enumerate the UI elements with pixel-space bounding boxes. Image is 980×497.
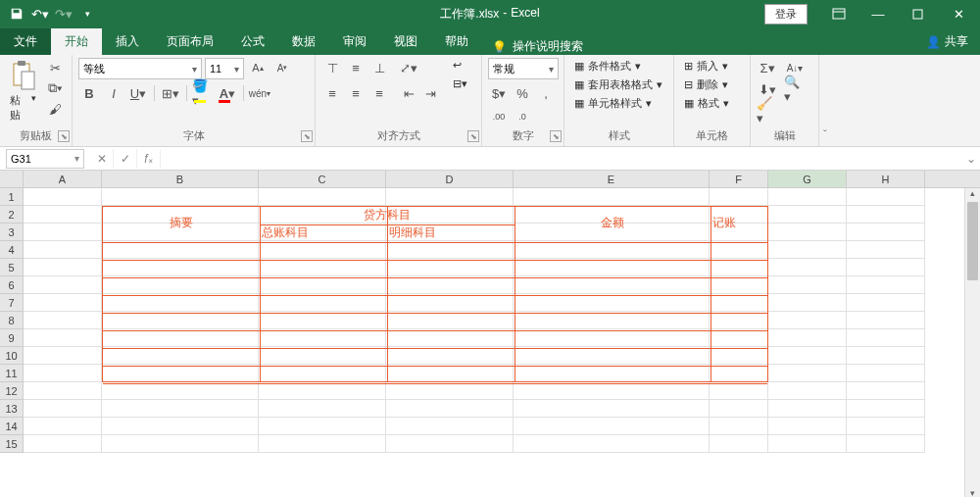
cell-E15[interactable] <box>514 435 710 453</box>
cell-A3[interactable] <box>24 224 102 241</box>
cell-G5[interactable] <box>768 259 847 276</box>
cell-G14[interactable] <box>768 418 847 435</box>
cell-H2[interactable] <box>847 206 925 224</box>
align-bottom-button[interactable]: ⊥ <box>368 58 390 77</box>
italic-button[interactable]: I <box>103 83 124 103</box>
cell-G13[interactable] <box>768 400 847 418</box>
cell-A8[interactable] <box>24 312 102 329</box>
cell-A11[interactable] <box>24 365 102 382</box>
close-button[interactable]: ✕ <box>937 0 980 27</box>
cell-G2[interactable] <box>768 206 847 224</box>
cell-G11[interactable] <box>768 365 847 382</box>
clear-button[interactable]: 🧹▾ <box>757 101 778 121</box>
increase-font-button[interactable]: A▴ <box>247 58 269 77</box>
cell-D1[interactable] <box>386 188 514 206</box>
row-header-8[interactable]: 8 <box>0 312 24 329</box>
cell-C14[interactable] <box>259 418 386 435</box>
percent-format-button[interactable]: % <box>512 83 533 103</box>
merge-center-button[interactable]: ⊟▾ <box>449 76 471 91</box>
column-header-B[interactable]: B <box>102 171 259 187</box>
cell-B13[interactable] <box>102 400 259 418</box>
fill-color-button[interactable]: 🪣▾ <box>192 83 214 103</box>
cell-H12[interactable] <box>847 382 925 400</box>
cell-C12[interactable] <box>259 382 386 400</box>
column-header-H[interactable]: H <box>847 171 925 187</box>
cell-A9[interactable] <box>24 329 102 347</box>
align-top-button[interactable]: ⊤ <box>321 58 343 77</box>
underline-button[interactable]: U▾ <box>127 83 149 103</box>
cell-A5[interactable] <box>24 259 102 276</box>
row-header-15[interactable]: 15 <box>0 435 24 453</box>
orientation-button[interactable]: ⤢▾ <box>398 58 419 77</box>
cell-H6[interactable] <box>847 276 925 294</box>
clipboard-dialog-launcher[interactable]: ⬊ <box>58 130 70 142</box>
conditional-formatting-button[interactable]: ▦条件格式▾ <box>570 58 645 75</box>
align-left-button[interactable]: ≡ <box>321 83 343 103</box>
cell-A13[interactable] <box>24 400 102 418</box>
autosum-button[interactable]: Σ▾ <box>757 58 778 77</box>
row-header-2[interactable]: 2 <box>0 206 24 224</box>
cell-A14[interactable] <box>24 418 102 435</box>
cell-F14[interactable] <box>710 418 768 435</box>
collapse-ribbon-button[interactable]: ˇ <box>819 55 833 146</box>
cell-A4[interactable] <box>24 241 102 259</box>
comma-format-button[interactable]: , <box>535 83 557 103</box>
cell-B12[interactable] <box>102 382 259 400</box>
bold-button[interactable]: B <box>78 83 100 103</box>
cell-H11[interactable] <box>847 365 925 382</box>
cell-C1[interactable] <box>259 188 386 206</box>
cell-H15[interactable] <box>847 435 925 453</box>
ribbon-display-options-icon[interactable] <box>819 0 858 27</box>
share-button[interactable]: 👤 共享 <box>914 28 980 55</box>
cell-H13[interactable] <box>847 400 925 418</box>
align-right-button[interactable]: ≡ <box>368 83 390 103</box>
number-format-select[interactable]: 常规 <box>488 58 559 79</box>
cell-E1[interactable] <box>514 188 710 206</box>
cell-H3[interactable] <box>847 224 925 241</box>
scroll-up-arrow[interactable]: ▴ <box>965 188 980 202</box>
cell-H7[interactable] <box>847 294 925 312</box>
cell-H9[interactable] <box>847 329 925 347</box>
tell-me-search[interactable]: 💡 操作说明搜索 <box>482 38 593 55</box>
column-header-G[interactable]: G <box>768 171 847 187</box>
cell-F13[interactable] <box>710 400 768 418</box>
cell-G15[interactable] <box>768 435 847 453</box>
font-name-select[interactable]: 等线 <box>78 58 202 79</box>
row-header-11[interactable]: 11 <box>0 365 24 382</box>
cell-G1[interactable] <box>768 188 847 206</box>
border-button[interactable]: ⊞▾ <box>160 83 181 103</box>
cancel-entry-button[interactable]: ✕ <box>90 149 114 169</box>
minimize-button[interactable]: — <box>858 0 898 27</box>
formula-input[interactable] <box>167 149 962 169</box>
accounting-format-button[interactable]: $▾ <box>488 83 510 103</box>
cell-H8[interactable] <box>847 312 925 329</box>
cell-D15[interactable] <box>386 435 514 453</box>
vertical-scrollbar[interactable]: ▴ ▾ <box>964 188 980 497</box>
cell-H1[interactable] <box>847 188 925 206</box>
decrease-decimal-button[interactable]: .0 <box>512 107 533 126</box>
increase-decimal-button[interactable]: .00 <box>488 107 510 126</box>
tab-home[interactable]: 开始 <box>51 28 102 55</box>
column-header-D[interactable]: D <box>386 171 514 187</box>
paste-button[interactable]: 粘贴▾ <box>6 58 40 124</box>
decrease-font-button[interactable]: A▾ <box>271 58 293 77</box>
vertical-scroll-thumb[interactable] <box>967 202 978 280</box>
cell-G4[interactable] <box>768 241 847 259</box>
font-dialog-launcher[interactable]: ⬊ <box>301 130 313 142</box>
tab-insert[interactable]: 插入 <box>102 28 153 55</box>
align-middle-button[interactable]: ≡ <box>345 58 367 77</box>
format-cells-button[interactable]: ▦格式 ▾ <box>680 95 733 112</box>
row-header-9[interactable]: 9 <box>0 329 24 347</box>
find-select-button[interactable]: 🔍▾ <box>784 79 806 99</box>
cell-F12[interactable] <box>710 382 768 400</box>
cell-G10[interactable] <box>768 347 847 365</box>
cell-H4[interactable] <box>847 241 925 259</box>
column-header-E[interactable]: E <box>514 171 710 187</box>
increase-indent-button[interactable]: ⇥ <box>419 83 441 103</box>
customize-qat-icon[interactable]: ▾ <box>76 3 98 25</box>
cell-G8[interactable] <box>768 312 847 329</box>
tab-help[interactable]: 帮助 <box>431 28 482 55</box>
cell-A1[interactable] <box>24 188 102 206</box>
cell-A10[interactable] <box>24 347 102 365</box>
font-size-select[interactable]: 11 <box>205 58 244 79</box>
